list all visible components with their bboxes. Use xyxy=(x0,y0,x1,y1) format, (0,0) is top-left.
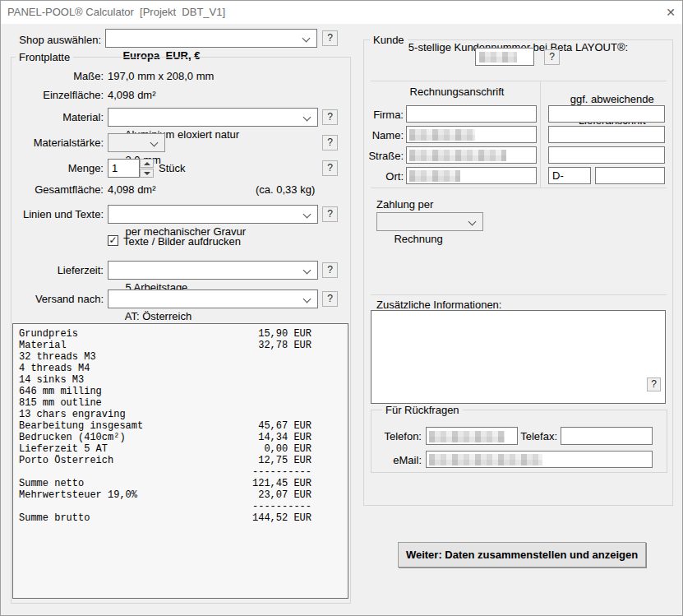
linien-texte-label: Linien und Texte: xyxy=(1,208,104,220)
price-line-value: 45,67 EUR xyxy=(258,420,312,432)
price-line-value: 32,78 EUR xyxy=(258,340,312,351)
price-line-label: Porto Österreich xyxy=(19,455,113,466)
zusatz-info-textarea[interactable] xyxy=(371,310,666,404)
price-line-label: Material xyxy=(19,340,67,351)
price-line: Material32,78 EUR xyxy=(19,340,312,351)
price-line: 13 chars engraving xyxy=(19,409,312,420)
liefer-firma-input[interactable] xyxy=(548,105,665,123)
zahlung-select[interactable]: Rechnung xyxy=(376,212,483,231)
materialstaerke-label: Materialstärke: xyxy=(1,137,104,149)
strasse-label: Straße: xyxy=(354,150,404,162)
versand-select[interactable]: AT: Österreich xyxy=(108,289,318,308)
price-line: Mehrwertsteuer 19,0%23,07 EUR xyxy=(19,489,312,501)
price-lines: Grundpreis15,90 EURMaterial32,78 EUR32 t… xyxy=(19,328,312,524)
price-line-label: Summe netto xyxy=(19,478,84,489)
email-label: eMail: xyxy=(371,454,422,466)
materialstaerke-select[interactable]: 3,0 mm xyxy=(108,133,165,152)
versand-help-button[interactable]: ? xyxy=(322,291,338,307)
menge-spin-up[interactable] xyxy=(140,159,154,168)
chevron-down-icon xyxy=(303,266,312,275)
kundennummer-input[interactable] xyxy=(475,48,534,66)
lieferzeit-label: Lieferzeit: xyxy=(1,264,104,276)
ort-input[interactable] xyxy=(406,167,537,184)
redacted-value xyxy=(429,454,542,465)
price-line-label: 646 mm milling xyxy=(19,386,102,397)
liefer-plz-input[interactable]: D- xyxy=(548,167,591,184)
price-line-label: 32 threads M3 xyxy=(19,351,96,363)
telefax-input[interactable] xyxy=(561,427,653,445)
name-label: Name: xyxy=(354,129,404,141)
menge-label: Menge: xyxy=(1,162,104,174)
versand-select-value: AT: Österreich xyxy=(125,310,192,322)
price-line: Summe netto121,45 EUR xyxy=(19,478,312,489)
zusatz-info-help-button[interactable]: ? xyxy=(647,377,661,391)
zahlung-label: Zahlung per xyxy=(376,198,433,211)
price-line-label: 14 sinks M3 xyxy=(19,374,84,386)
name-input[interactable] xyxy=(406,126,537,143)
liefer-strasse-input[interactable] xyxy=(548,146,665,164)
gesamtflaeche-label: Gesamtfläche: xyxy=(1,183,104,196)
price-line: Lieferzeit 5 AT0,00 EUR xyxy=(19,443,312,455)
liefer-ort-input[interactable] xyxy=(595,167,665,184)
menge-unit-label: Stück xyxy=(159,162,186,174)
material-help-button[interactable]: ? xyxy=(322,109,338,125)
price-line: 14 sinks M3 xyxy=(19,374,312,386)
redacted-value xyxy=(409,170,460,182)
telefon-input[interactable] xyxy=(426,427,518,445)
shop-help-button[interactable]: ? xyxy=(322,30,338,46)
price-line: Summe brutto144,52 EUR xyxy=(19,512,312,524)
price-line-value: 144,52 EUR xyxy=(252,512,312,524)
redacted-value xyxy=(409,129,475,141)
lieferzeit-help-button[interactable]: ? xyxy=(322,262,338,278)
divider xyxy=(540,81,541,188)
price-line: 815 mm outline xyxy=(19,397,312,409)
price-line-label: Lieferzeit 5 AT xyxy=(19,443,108,455)
price-line-label: Summe brutto xyxy=(19,512,90,524)
menge-spin-down[interactable] xyxy=(140,169,154,178)
redacted-value xyxy=(409,150,506,161)
material-select[interactable]: Aluminium eloxiert natur xyxy=(108,108,318,127)
price-line-value: 14,34 EUR xyxy=(258,432,312,443)
titlebar: PANEL-POOL® Calculator [Projekt DBT_V1] … xyxy=(1,1,682,24)
ort-label: Ort: xyxy=(354,170,404,183)
chevron-down-icon xyxy=(468,218,477,226)
price-line-value: 12,75 EUR xyxy=(258,455,312,466)
strasse-input[interactable] xyxy=(406,146,537,164)
window-title: PANEL-POOL® Calculator [Projekt DBT_V1] xyxy=(7,6,225,18)
divider xyxy=(371,294,667,295)
close-icon[interactable]: ✕ xyxy=(662,4,680,21)
divider xyxy=(371,188,667,188)
price-line: 32 threads M3 xyxy=(19,351,312,363)
menge-input[interactable]: 1 xyxy=(108,159,140,178)
masse-label: Maße: xyxy=(1,70,104,82)
chevron-down-icon xyxy=(303,211,312,219)
menge-help-button[interactable]: ? xyxy=(322,160,338,176)
price-line-value: 121,45 EUR xyxy=(252,478,312,489)
chevron-down-icon xyxy=(302,35,311,43)
linien-texte-help-button[interactable]: ? xyxy=(322,206,338,222)
email-input[interactable] xyxy=(426,451,653,468)
texte-bilder-checkbox[interactable]: ✓ xyxy=(108,235,118,246)
next-button[interactable]: Weiter: Daten zusammenstellen und anzeig… xyxy=(398,542,646,567)
price-line-value: ---------- xyxy=(252,501,312,512)
price-line: Bearbeitung insgesamt45,67 EUR xyxy=(19,420,312,432)
linien-texte-select[interactable]: per mechanischer Gravur xyxy=(108,205,318,224)
divider xyxy=(371,81,667,81)
gesamtflaeche-weight: (ca. 0,33 kg) xyxy=(256,183,315,196)
price-line-value: 23,07 EUR xyxy=(258,489,312,501)
firma-input[interactable] xyxy=(406,105,537,123)
lieferzeit-select[interactable]: 5 Arbeitstage xyxy=(108,261,318,280)
checkmark-icon: ✓ xyxy=(108,234,117,246)
shop-select[interactable]: Europa EUR, € xyxy=(105,29,317,48)
liefer-name-input[interactable] xyxy=(548,126,665,143)
price-line-value: ---------- xyxy=(252,466,312,478)
kundennummer-help-button[interactable]: ? xyxy=(544,49,560,65)
price-line-label: Bedrucken (410cm²) xyxy=(19,432,126,443)
firma-label: Firma: xyxy=(354,109,404,121)
price-line-value: 0,00 EUR xyxy=(264,443,312,455)
materialstaerke-help-button[interactable]: ? xyxy=(322,135,338,151)
rechnungsanschrift-header: Rechnungsanschrift xyxy=(379,86,535,98)
price-line: ---------- xyxy=(19,466,312,478)
price-line-label: Bearbeitung insgesamt xyxy=(19,420,143,432)
shop-label: Shop auswählen: xyxy=(1,34,101,46)
